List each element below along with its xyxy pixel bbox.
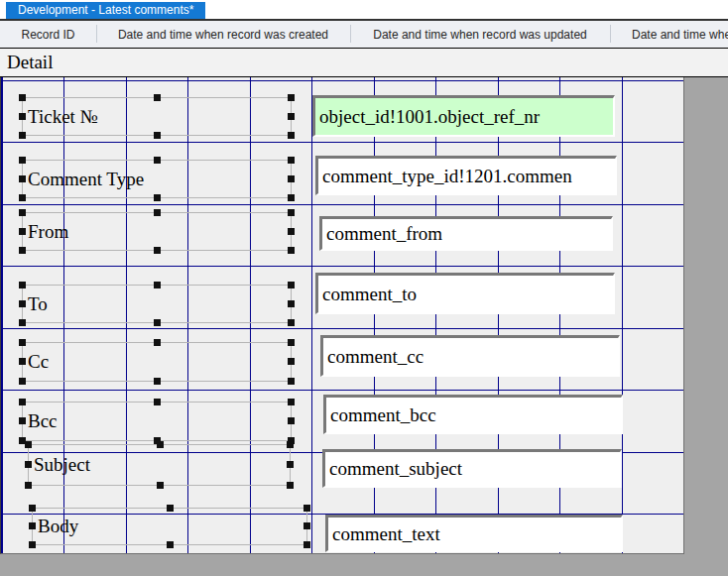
selection-handle[interactable]	[19, 194, 26, 201]
selection-handle[interactable]	[288, 319, 295, 326]
field-binding-text: comment_type_id!1201.commen	[318, 166, 572, 187]
selection-handle[interactable]	[29, 505, 36, 512]
selection-handle[interactable]	[288, 300, 295, 307]
field-binding-text: comment_from	[322, 223, 442, 245]
selection-handle[interactable]	[303, 505, 310, 512]
selection-handle[interactable]	[288, 417, 295, 424]
label-widget-to[interactable]: To	[22, 285, 292, 323]
selection-handle[interactable]	[19, 358, 26, 365]
selection-handle[interactable]	[19, 132, 26, 139]
selection-handle[interactable]	[154, 194, 161, 201]
selection-handle[interactable]	[19, 378, 26, 385]
selection-handle[interactable]	[288, 378, 295, 385]
field-widget-comment-cc[interactable]: comment_cc	[320, 335, 620, 377]
selection-handle[interactable]	[288, 113, 295, 120]
selection-handle[interactable]	[288, 209, 295, 216]
selection-handle[interactable]	[154, 209, 161, 216]
selection-handle[interactable]	[288, 157, 295, 164]
selection-handle[interactable]	[154, 378, 161, 385]
field-widget-comment-text[interactable]: comment_text	[325, 515, 623, 552]
selection-handle[interactable]	[19, 339, 26, 346]
selection-handle[interactable]	[19, 399, 26, 405]
label-text: Subject	[29, 445, 290, 485]
selection-handle[interactable]	[288, 194, 295, 201]
selection-handle[interactable]	[167, 505, 174, 512]
selection-handle[interactable]	[167, 541, 174, 548]
label-text: To	[23, 286, 291, 322]
detail-band[interactable]: Detail	[0, 48, 728, 77]
selection-handle[interactable]	[288, 339, 295, 346]
selection-handle[interactable]	[303, 522, 310, 529]
selection-handle[interactable]	[19, 94, 26, 101]
label-widget-comment-type[interactable]: Comment Type	[22, 160, 292, 198]
selection-handle[interactable]	[19, 319, 26, 326]
selection-handle[interactable]	[288, 247, 295, 254]
selection-handle[interactable]	[29, 522, 36, 529]
label-text: Bcc	[23, 403, 291, 440]
selection-handle[interactable]	[154, 399, 161, 405]
column-header-updated[interactable]: Date and time when record was updated	[350, 21, 610, 48]
selection-handle[interactable]	[19, 417, 26, 424]
selection-handle[interactable]	[154, 282, 161, 288]
field-widget-comment-subject[interactable]: comment_subject	[322, 449, 622, 488]
label-widget-subject[interactable]: Subject	[28, 444, 291, 486]
selection-handle[interactable]	[288, 358, 295, 365]
label-text: Comment Type	[23, 161, 291, 197]
selection-handle[interactable]	[19, 247, 26, 254]
field-widget-object-ref-nr[interactable]: object_id!1001.object_ref_nr	[312, 95, 615, 137]
selection-handle[interactable]	[19, 113, 26, 120]
selection-handle[interactable]	[288, 175, 295, 182]
selection-handle[interactable]	[25, 482, 32, 489]
selection-handle[interactable]	[154, 247, 161, 254]
label-widget-from[interactable]: From	[22, 212, 292, 251]
selection-handle[interactable]	[154, 339, 161, 346]
selection-handle[interactable]	[154, 319, 161, 326]
label-text: Body	[33, 509, 306, 544]
label-text: Ticket №	[23, 98, 291, 135]
field-binding-text: comment_bcc	[326, 404, 436, 426]
selection-handle[interactable]	[29, 541, 36, 548]
field-widget-comment-type-id[interactable]: comment_type_id!1201.commen	[315, 156, 617, 195]
selection-handle[interactable]	[25, 441, 32, 448]
selection-handle[interactable]	[19, 300, 26, 307]
selection-handle[interactable]	[287, 441, 294, 448]
tab-bar: Development - Latest comments*	[0, 0, 728, 19]
selection-handle[interactable]	[19, 209, 26, 216]
label-widget-bcc[interactable]: Bcc	[22, 402, 292, 441]
selection-handle[interactable]	[154, 132, 161, 139]
detail-band-label: Detail	[0, 52, 53, 73]
selection-handle[interactable]	[288, 94, 295, 101]
selection-handle[interactable]	[288, 228, 295, 235]
field-widget-comment-bcc[interactable]: comment_bcc	[323, 395, 623, 434]
column-separator	[610, 25, 611, 43]
selection-handle[interactable]	[287, 461, 294, 468]
selection-handle[interactable]	[19, 282, 26, 288]
selection-handle[interactable]	[303, 541, 310, 548]
selection-handle[interactable]	[154, 157, 161, 164]
column-separator	[96, 25, 97, 43]
selection-handle[interactable]	[157, 482, 164, 489]
field-binding-text: comment_to	[318, 284, 417, 305]
field-widget-comment-from[interactable]: comment_from	[319, 216, 613, 251]
selection-handle[interactable]	[19, 157, 26, 164]
selection-handle[interactable]	[19, 175, 26, 182]
selection-handle[interactable]	[25, 461, 32, 468]
selection-handle[interactable]	[157, 441, 164, 448]
designer-background: Development - Latest comments* Record ID…	[0, 0, 728, 576]
label-widget-cc[interactable]: Cc	[22, 342, 292, 382]
label-widget-ticket-no[interactable]: Ticket №	[22, 97, 292, 136]
selection-handle[interactable]	[19, 228, 26, 235]
selection-handle[interactable]	[287, 482, 294, 489]
label-widget-body[interactable]: Body	[32, 508, 307, 545]
column-header-clipped[interactable]: Date and time whe	[610, 21, 728, 48]
selection-handle[interactable]	[154, 94, 161, 101]
tab-development-latest-comments[interactable]: Development - Latest comments*	[6, 2, 205, 19]
column-header-created[interactable]: Date and time when record was created	[96, 21, 350, 48]
selection-handle[interactable]	[288, 132, 295, 139]
column-header-record-id[interactable]: Record ID	[0, 21, 96, 48]
field-widget-comment-to[interactable]: comment_to	[315, 273, 615, 314]
field-binding-text: comment_cc	[323, 346, 424, 368]
field-binding-text: object_id!1001.object_ref_nr	[315, 106, 540, 128]
selection-handle[interactable]	[288, 282, 295, 288]
selection-handle[interactable]	[288, 399, 295, 405]
